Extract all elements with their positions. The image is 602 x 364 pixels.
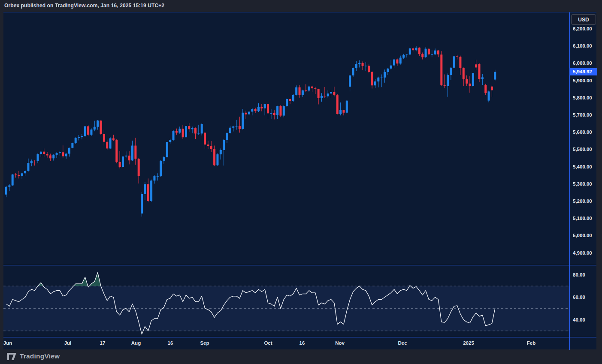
candle-body — [68, 148, 70, 154]
candle-body — [431, 54, 433, 55]
candle-body — [318, 89, 320, 98]
candle-body — [56, 153, 58, 155]
chart-panel[interactable]: 6,200.006,100.006,000.005,900.005,800.00… — [3, 12, 596, 349]
candle-body — [30, 161, 33, 163]
candle-body — [46, 154, 48, 155]
candle-body — [169, 140, 171, 142]
candle-body — [365, 66, 367, 66]
candle-body — [302, 90, 304, 95]
currency-button[interactable]: USD — [571, 14, 596, 25]
candle-body — [384, 72, 386, 78]
candle-body — [185, 126, 187, 137]
candle-body — [33, 161, 36, 161]
candle-body — [295, 87, 297, 95]
candle-body — [342, 110, 345, 112]
candle-body — [339, 110, 342, 114]
time-axis-label: Dec — [390, 340, 414, 346]
price-axis-label: 5,200.00 — [573, 198, 599, 205]
price-axis-label: 60.00 — [573, 294, 599, 301]
candle-body — [415, 48, 417, 50]
candle-body — [49, 155, 51, 158]
candle-body — [239, 126, 241, 129]
candle-body — [390, 66, 392, 69]
time-axis-label: 16 — [158, 340, 182, 346]
price-axis-label: 5,000.00 — [573, 232, 599, 239]
candle-body — [141, 194, 143, 214]
candle-body — [223, 140, 225, 150]
candle-body — [75, 138, 77, 143]
candle-body — [109, 138, 112, 149]
price-axis-label: 6,000.00 — [573, 60, 599, 66]
candle-body — [405, 54, 408, 55]
candle-body — [437, 51, 439, 54]
time-axis-label: 16 — [290, 340, 314, 346]
price-axis-label: 80.00 — [573, 271, 599, 278]
candle-body — [469, 84, 471, 86]
candle-body — [144, 184, 146, 194]
footer-bar: TradingView — [0, 349, 602, 364]
candle-body — [21, 173, 23, 176]
candle-body — [494, 72, 496, 80]
candle-body — [128, 156, 130, 160]
candle-body — [175, 131, 178, 132]
candle-body — [78, 137, 80, 138]
candle-body — [393, 60, 395, 66]
candle-body — [327, 93, 329, 96]
candle-body — [440, 54, 442, 85]
candle-body — [286, 99, 288, 106]
candle-body — [197, 133, 200, 134]
candle-body — [333, 92, 335, 96]
chart-canvas[interactable] — [3, 12, 596, 350]
candle-body — [62, 152, 64, 156]
candle-body — [81, 136, 83, 137]
candle-body — [472, 73, 474, 86]
candle-body — [37, 154, 39, 161]
price-axis-label: 5,600.00 — [573, 129, 599, 135]
time-axis-label: Nov — [328, 340, 352, 346]
candle-body — [308, 87, 310, 91]
candle-body — [352, 68, 354, 75]
candle-body — [276, 106, 278, 115]
candle-body — [210, 146, 212, 149]
candle-body — [321, 96, 323, 98]
tradingview-published-chart: Orbex published on TradingView.com, Jan … — [0, 0, 602, 364]
candle-body — [251, 109, 253, 112]
candle-body — [138, 159, 140, 176]
candle-body — [94, 127, 96, 129]
candle-body — [59, 152, 61, 153]
candle-body — [478, 64, 481, 79]
time-axis-label: 17 — [91, 340, 115, 346]
time-axis[interactable]: JunJul17Aug16SepOct16NovDec2025Feb — [3, 337, 596, 350]
candle-body — [157, 176, 159, 177]
candle-body — [381, 78, 383, 78]
candle-body — [236, 126, 238, 126]
candle-body — [450, 68, 452, 75]
candle-body — [122, 156, 124, 167]
candle-body — [257, 107, 260, 111]
candle-body — [24, 171, 26, 174]
candle-body — [27, 163, 29, 171]
candle-body — [112, 138, 115, 140]
candle-body — [481, 77, 484, 79]
candle-body — [349, 75, 351, 87]
candle-body — [273, 113, 275, 115]
candle-body — [160, 161, 162, 176]
candle-body — [368, 66, 370, 72]
price-axis-label: 5,400.00 — [573, 163, 599, 170]
candle-body — [178, 129, 181, 132]
time-axis-label: Jul — [56, 340, 80, 346]
candle-body — [463, 68, 465, 79]
price-axis-label: 5,800.00 — [573, 94, 599, 101]
candle-body — [100, 120, 102, 134]
candle-body — [8, 185, 10, 187]
tradingview-logo[interactable]: TradingView — [7, 352, 60, 360]
candle-body — [336, 95, 339, 114]
candle-body — [242, 113, 244, 129]
candle-body — [402, 55, 405, 58]
candle-body — [106, 142, 108, 149]
candle-body — [399, 58, 402, 64]
candle-body — [311, 87, 313, 88]
candle-body — [484, 85, 487, 93]
candle-body — [425, 49, 427, 57]
candle-body — [84, 126, 86, 136]
